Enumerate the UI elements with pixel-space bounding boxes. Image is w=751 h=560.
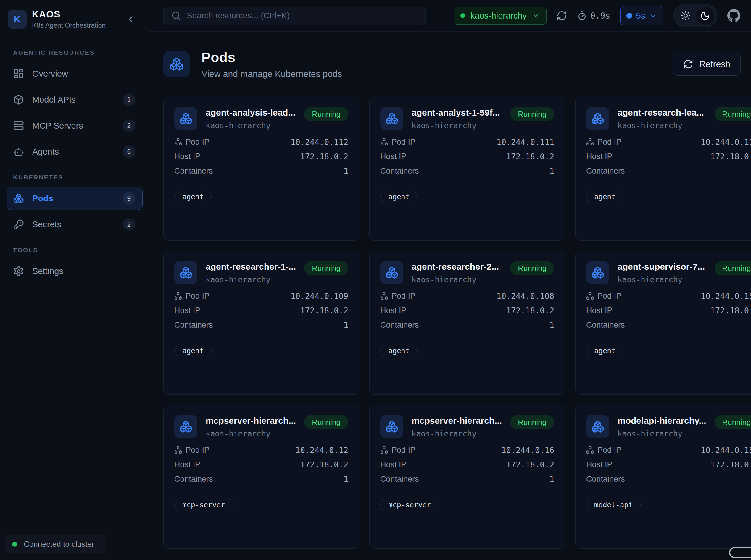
pod-ip-value: 10.244.0.154 [701, 445, 751, 455]
pod-namespace: kaos-hierarchy [618, 429, 706, 438]
content: Pods View and manage Kubernetes pods Ref… [150, 32, 751, 560]
search-input[interactable] [187, 11, 418, 20]
containers-label: Containers [380, 320, 419, 330]
app-root: K KAOS K8s Agent Orchestration AGENTIC R… [0, 0, 751, 560]
gear-icon [13, 266, 24, 277]
namespace-selector[interactable]: kaos-hierarchy [454, 7, 546, 24]
count-badge: 2 [123, 218, 135, 231]
pod-name: agent-analysis-lead... [206, 107, 296, 118]
container-tag: agent [586, 345, 623, 357]
refresh-button[interactable]: Refresh [673, 53, 740, 76]
count-badge: 9 [123, 192, 135, 205]
refresh-interval-selector[interactable]: 5s [620, 6, 663, 25]
pod-ip-row: Pod IP 10.244.0.12 [174, 446, 348, 454]
pod-card[interactable]: agent-researcher-2... kaos-hierarchy Run… [369, 251, 565, 395]
refresh-icon-button[interactable] [557, 11, 567, 21]
app-title: KAOS [32, 9, 124, 20]
pod-ip-row: Pod IP 10.244.0.155 [586, 292, 751, 300]
pods-page-icon [163, 51, 190, 78]
status-badge: Running [715, 261, 751, 275]
pod-icon [174, 415, 197, 438]
containers-row: Containers 1 [586, 321, 751, 329]
horizontal-scrollbar-thumb[interactable] [729, 547, 751, 558]
server-icon [13, 120, 24, 131]
pod-card[interactable]: agent-analysis-lead... kaos-hierarchy Ru… [163, 97, 359, 241]
status-badge: Running [304, 107, 348, 121]
status-badge: Running [510, 415, 554, 429]
section-label-tools: TOOLS [13, 246, 142, 254]
pod-namespace: kaos-hierarchy [411, 429, 502, 438]
pod-ip-label: Pod IP [186, 445, 210, 455]
host-ip-row: Host IP 172.18.0.2 [586, 152, 751, 161]
count-badge: 1 [123, 94, 135, 106]
light-mode-button[interactable] [677, 7, 694, 24]
container-tag: agent [380, 345, 418, 357]
host-ip-label: Host IP [380, 152, 407, 161]
github-icon [727, 9, 740, 22]
interval-label: 5s [636, 11, 646, 21]
pod-ip-value: 10.244.0.112 [291, 138, 348, 147]
sidebar-item-agents[interactable]: Agents 6 [6, 140, 142, 163]
containers-label: Containers [174, 320, 213, 330]
pod-ip-value: 10.244.0.111 [497, 138, 554, 147]
sidebar-item-mcp-servers[interactable]: MCP Servers 2 [6, 114, 142, 137]
host-ip-value: 172.18.0.2 [710, 460, 751, 469]
pod-namespace: kaos-hierarchy [618, 275, 706, 284]
network-icon [586, 292, 594, 300]
sidebar-item-label: Pods [32, 194, 53, 203]
pod-card[interactable]: mcpserver-hierarch... kaos-hierarchy Run… [163, 405, 359, 549]
network-icon [586, 138, 594, 146]
pod-name: modelapi-hierarchy... [618, 416, 706, 426]
pod-card[interactable]: modelapi-hierarchy... kaos-hierarchy Run… [575, 405, 751, 549]
divider [380, 181, 554, 181]
divider [174, 335, 348, 335]
containers-value: 1 [344, 166, 348, 176]
sidebar-collapse-button[interactable] [124, 13, 137, 26]
pod-ip-row: Pod IP 10.244.0.112 [174, 138, 348, 146]
container-tag: mcp-server [380, 499, 439, 511]
pod-card[interactable]: mcpserver-hierarch... kaos-hierarchy Run… [369, 405, 565, 549]
pod-ip-label: Pod IP [186, 138, 210, 147]
pod-namespace: kaos-hierarchy [206, 429, 296, 438]
pod-card[interactable]: agent-analyst-1-59f... kaos-hierarchy Ru… [369, 97, 565, 241]
status-badge: Running [510, 107, 554, 121]
pod-ip-row: Pod IP 10.244.0.108 [380, 292, 554, 300]
containers-row: Containers 1 [174, 167, 348, 175]
sidebar-item-label: Settings [32, 266, 63, 276]
pod-namespace: kaos-hierarchy [411, 121, 502, 130]
cube-icon [13, 94, 24, 105]
divider [586, 335, 751, 335]
sidebar-item-secrets[interactable]: Secrets 2 [6, 213, 142, 236]
network-icon [586, 446, 594, 454]
pod-ip-label: Pod IP [186, 292, 210, 301]
pod-ip-value: 10.244.0.155 [701, 292, 751, 301]
sidebar-item-model-apis[interactable]: Model APIs 1 [6, 88, 142, 111]
pod-card[interactable]: agent-researcher-1-... kaos-hierarchy Ru… [163, 251, 359, 395]
sidebar-item-overview[interactable]: Overview [6, 62, 142, 85]
containers-row: Containers 1 [586, 167, 751, 175]
containers-label: Containers [380, 166, 419, 176]
dark-mode-button[interactable] [696, 7, 714, 24]
chevron-down-icon [532, 12, 540, 20]
network-icon [380, 446, 388, 454]
interval-dot-icon [627, 13, 632, 19]
key-icon [13, 219, 24, 230]
sidebar-item-label: Agents [32, 147, 59, 157]
pod-ip-row: Pod IP 10.244.0.154 [586, 446, 751, 454]
sidebar-item-settings[interactable]: Settings [6, 260, 142, 283]
pod-ip-label: Pod IP [597, 445, 621, 455]
pod-card[interactable]: agent-research-lea... kaos-hierarchy Run… [575, 97, 751, 241]
pod-name: mcpserver-hierarch... [411, 416, 502, 426]
containers-row: Containers 1 [174, 475, 348, 483]
sidebar-item-pods[interactable]: Pods 9 [6, 187, 142, 210]
divider [174, 489, 348, 489]
pod-ip-row: Pod IP 10.244.0.111 [380, 138, 554, 146]
containers-row: Containers 1 [380, 167, 554, 175]
section-label-kubernetes: KUBERNETES [13, 174, 142, 181]
search-box[interactable] [163, 6, 425, 25]
network-icon [174, 292, 182, 300]
pod-ip-label: Pod IP [597, 292, 621, 301]
github-link[interactable] [727, 9, 740, 22]
pod-card[interactable]: agent-supervisor-7... kaos-hierarchy Run… [575, 251, 751, 395]
containers-row: Containers 1 [380, 475, 554, 483]
